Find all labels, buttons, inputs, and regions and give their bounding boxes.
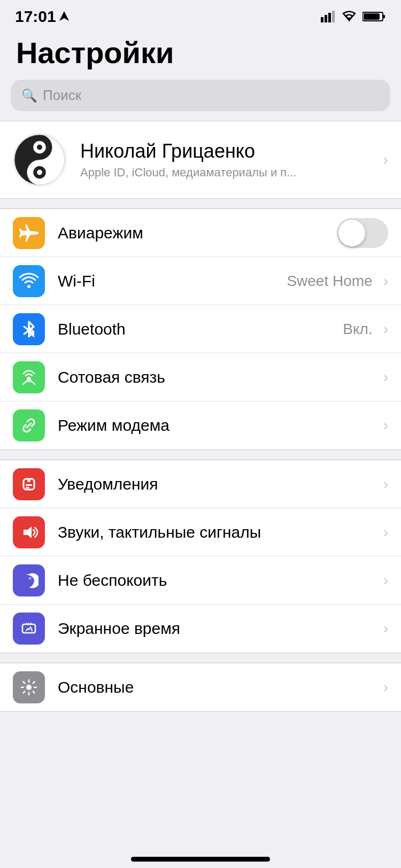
notifications-row[interactable]: Уведомления › — [0, 460, 401, 508]
profile-row[interactable]: Николай Грицаенко Apple ID, iCloud, меди… — [0, 121, 401, 198]
bluetooth-value: Вкл. — [343, 321, 372, 338]
battery-icon — [363, 11, 386, 22]
profile-subtitle: Apple ID, iCloud, медиаматериалы и п... — [80, 166, 378, 180]
screentime-icon-wrap — [13, 613, 45, 645]
airplane-icon — [19, 223, 38, 243]
svg-point-23 — [29, 577, 32, 579]
svg-marker-22 — [24, 526, 32, 538]
svg-point-25 — [26, 685, 32, 690]
general-settings-icon — [19, 678, 38, 697]
airplane-label: Авиарежим — [58, 224, 337, 242]
wifi-status-icon — [341, 11, 357, 22]
toggle-thumb — [338, 220, 365, 246]
home-bar — [131, 857, 270, 862]
notifications-label: Уведомления — [58, 475, 378, 493]
profile-chevron: › — [383, 151, 388, 168]
general-row[interactable]: Основные › — [0, 663, 401, 711]
cellular-icon — [19, 368, 38, 387]
sounds-icon — [19, 523, 38, 542]
wifi-label: Wi-Fi — [58, 272, 287, 290]
bluetooth-chevron: › — [383, 321, 388, 338]
hotspot-label: Режим модема — [58, 416, 378, 435]
screentime-row[interactable]: Экранное время › — [0, 604, 401, 653]
airplane-row[interactable]: Авиарежим — [0, 209, 401, 257]
signal-icon — [321, 11, 336, 22]
donotdisturb-row[interactable]: Не беспокоить › — [0, 556, 401, 604]
notifications-icon — [19, 475, 38, 494]
wifi-chevron: › — [383, 273, 388, 290]
cellular-icon-wrap — [13, 361, 45, 393]
connectivity-section: Авиарежим Wi-Fi Sweet Home › — [0, 208, 401, 450]
search-bar[interactable]: 🔍 Поиск — [11, 80, 390, 111]
svg-marker-0 — [59, 11, 69, 21]
donotdisturb-label: Не беспокоить — [58, 571, 378, 590]
svg-rect-2 — [325, 15, 327, 22]
status-bar: 17:01 — [0, 0, 401, 30]
svg-rect-20 — [26, 484, 32, 486]
bluetooth-icon — [19, 320, 38, 339]
general-chevron: › — [383, 679, 388, 696]
svg-point-19 — [27, 479, 30, 482]
sounds-label: Звуки, тактильные сигналы — [58, 523, 378, 541]
general-label: Основные — [58, 678, 378, 696]
screentime-icon — [19, 619, 38, 638]
profile-info: Николай Грицаенко Apple ID, iCloud, меди… — [80, 140, 378, 180]
search-bar-container: 🔍 Поиск — [0, 80, 401, 121]
svg-rect-21 — [26, 487, 29, 489]
bluetooth-row[interactable]: Bluetooth Вкл. › — [0, 305, 401, 353]
screentime-chevron: › — [383, 620, 388, 637]
page-title: Настройки — [0, 30, 401, 80]
donotdisturb-icon-wrap — [13, 564, 45, 596]
svg-rect-6 — [383, 15, 385, 18]
hotspot-icon — [19, 416, 38, 435]
svg-point-11 — [37, 145, 42, 150]
hotspot-row[interactable]: Режим модема › — [0, 401, 401, 449]
location-icon — [59, 11, 69, 23]
svg-rect-4 — [332, 11, 335, 22]
wifi-icon-wrap — [13, 265, 45, 297]
donotdisturb-chevron: › — [383, 572, 388, 589]
svg-point-14 — [27, 285, 30, 288]
screentime-label: Экранное время — [58, 619, 378, 638]
svg-rect-1 — [321, 17, 323, 22]
avatar — [13, 133, 66, 187]
status-icons — [321, 11, 386, 22]
time-label: 17:01 — [15, 7, 56, 26]
hotspot-icon-wrap — [13, 409, 45, 441]
sounds-icon-wrap — [13, 516, 45, 548]
notifications-section: Уведомления › Звуки, тактильные сигналы … — [0, 460, 401, 653]
notifications-chevron: › — [383, 476, 388, 493]
cellular-chevron: › — [383, 369, 388, 386]
notifications-icon-wrap — [13, 468, 45, 500]
svg-point-12 — [37, 170, 42, 175]
airplane-toggle[interactable] — [337, 218, 388, 248]
svg-rect-3 — [328, 13, 331, 22]
status-time: 17:01 — [15, 7, 69, 26]
donotdisturb-icon — [19, 571, 38, 590]
bluetooth-icon-wrap — [13, 313, 45, 345]
wifi-icon — [19, 272, 38, 291]
general-icon-wrap — [13, 671, 45, 703]
wifi-value: Sweet Home — [287, 273, 372, 290]
hotspot-chevron: › — [383, 417, 388, 434]
yin-yang-icon — [13, 133, 66, 187]
svg-rect-7 — [364, 13, 380, 20]
cellular-row[interactable]: Сотовая связь › — [0, 353, 401, 401]
sounds-chevron: › — [383, 524, 388, 541]
search-icon: 🔍 — [21, 88, 37, 103]
profile-section: Николай Грицаенко Apple ID, iCloud, меди… — [0, 121, 401, 199]
cellular-label: Сотовая связь — [58, 368, 378, 386]
general-section: Основные › — [0, 663, 401, 712]
sounds-row[interactable]: Звуки, тактильные сигналы › — [0, 508, 401, 556]
search-placeholder: Поиск — [43, 87, 81, 104]
bluetooth-label: Bluetooth — [58, 320, 343, 338]
airplane-icon-wrap — [13, 217, 45, 249]
profile-name: Николай Грицаенко — [80, 140, 378, 162]
svg-rect-24 — [22, 624, 35, 633]
wifi-row[interactable]: Wi-Fi Sweet Home › — [0, 257, 401, 305]
